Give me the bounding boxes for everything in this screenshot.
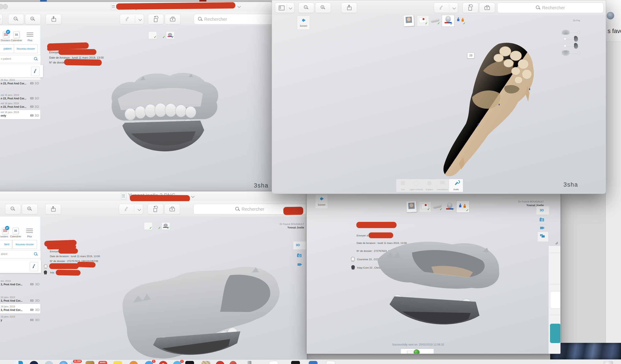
slider-dot[interactable]	[578, 31, 580, 34]
rotate-button[interactable]	[463, 2, 478, 13]
tool-ligne-cervicale[interactable]: Ligne cervicale	[410, 179, 423, 192]
photo-tool-icon[interactable]	[297, 254, 301, 257]
rotate-button[interactable]	[148, 204, 163, 215]
lower-arch-thumbnail[interactable]	[562, 50, 569, 56]
dock-icon-textedit[interactable]	[269, 361, 279, 364]
photo-tool-icon[interactable]	[540, 218, 544, 221]
tool-annotations[interactable]: Annotations	[436, 179, 449, 192]
suivant-button[interactable]: Suivant	[315, 194, 328, 209]
view-3d-label[interactable]: 3D	[540, 208, 544, 212]
tool-outils[interactable]: Outils	[449, 179, 463, 192]
new-dossier-button[interactable]: Nouveau dossier	[14, 44, 38, 53]
dock-icon-appstore[interactable]: 1	[173, 361, 182, 364]
zoom-in-button[interactable]: +	[22, 204, 38, 215]
dock-icon-calendar[interactable]: MARS	[98, 361, 107, 364]
slider-dot[interactable]	[564, 38, 566, 40]
tab-calendrier-label[interactable]: Calendrier	[9, 235, 23, 238]
tooth-number-chip[interactable]: 23	[467, 53, 474, 58]
patient-search-field[interactable]: n patient	[0, 55, 41, 63]
tab-plus-label[interactable]: Plus	[27, 39, 33, 42]
new-patient-button[interactable]: patient	[0, 44, 14, 53]
dock-trash[interactable]	[603, 361, 613, 364]
video-tool-icon[interactable]	[540, 227, 543, 229]
slider-dot[interactable]	[564, 45, 566, 47]
patient-search-icon[interactable]	[34, 57, 37, 61]
window-titlebar[interactable]: Yvenat joelle..NG	[0, 2, 272, 12]
slider-dot[interactable]	[578, 52, 580, 54]
tab-calendrier-icon[interactable]	[13, 31, 20, 38]
zoom-in-button[interactable]: +	[25, 14, 41, 24]
sidebar-view-button[interactable]	[0, 14, 2, 24]
chat-input[interactable]	[550, 291, 561, 309]
zoom-out-button[interactable]: −	[5, 204, 21, 215]
window-titlebar[interactable]: Yvenat joelle 2.PNG	[0, 191, 307, 201]
patient-search-icon[interactable]	[34, 252, 37, 256]
tab-plus-icon[interactable]	[27, 33, 33, 37]
workflow-photo-step[interactable]	[404, 15, 414, 26]
suivant-button[interactable]: Suivant	[297, 16, 310, 30]
avatar[interactable]	[607, 12, 614, 19]
title-chevron-icon[interactable]	[191, 195, 195, 198]
dock-icon-utility[interactable]	[247, 361, 251, 364]
preview-window-front[interactable]: − + Rechercher Suivant ✓ ✓	[272, 0, 606, 194]
markup-toolbar-button[interactable]	[164, 204, 180, 215]
dock-icon-photos-peak[interactable]	[229, 361, 237, 364]
patient-search-field[interactable]: atient	[0, 250, 41, 258]
search-field[interactable]: Rechercher	[497, 2, 604, 13]
patient-card[interactable]	[0, 260, 41, 273]
dock-icon-pale-app[interactable]	[45, 361, 53, 364]
dock-icon-finder[interactable]	[14, 361, 23, 364]
markup-button[interactable]	[120, 14, 144, 24]
dock-icon-maps[interactable]	[86, 361, 94, 364]
zoom-out-button[interactable]: −	[8, 14, 24, 24]
zoom-in-button[interactable]: +	[315, 2, 331, 13]
edit-patient-button[interactable]	[31, 67, 39, 76]
traffic-light-minimize[interactable]	[3, 4, 8, 9]
dock-icon-photobooth[interactable]	[185, 361, 194, 364]
tool-axe[interactable]: Axe	[396, 179, 410, 192]
preview-window-bottom-left[interactable]: Yvenat joelle 2.PNG − + Rechercher 27 os…	[0, 191, 307, 364]
dock-icon-dark-app[interactable]	[30, 361, 38, 364]
chat-icon[interactable]	[540, 234, 545, 238]
case-title[interactable]: 3, Post And Cor...	[1, 299, 22, 302]
dock-icon-messages[interactable]: 1	[145, 361, 154, 364]
new-dossier-button[interactable]: Nouveau dossier	[12, 240, 37, 249]
app-window-bottom-right[interactable]: Suivant ✓ ✓ ✓ ✓ Dr Franck BOUGAULT Yvena…	[307, 191, 561, 354]
chat-send-button[interactable]	[550, 324, 561, 343]
dock-icon-device[interactable]	[291, 361, 300, 364]
markup-toolbar-button[interactable]	[165, 14, 181, 24]
tool-espace[interactable]: Espace	[423, 179, 436, 192]
resend-button[interactable]	[401, 349, 434, 354]
case-title[interactable]: n 23, Post And Cor...	[1, 82, 26, 85]
view-3d-label[interactable]: 3D	[296, 243, 300, 247]
tab-calendrier-icon[interactable]	[12, 227, 19, 234]
upper-arch-thumbnail[interactable]	[562, 30, 569, 34]
zoom-out-button[interactable]: −	[298, 2, 314, 13]
new-patient-button[interactable]: tient	[0, 240, 12, 249]
markup-button[interactable]	[434, 2, 458, 13]
dock-icon-launchpad[interactable]	[129, 361, 138, 364]
markup-button[interactable]	[119, 204, 143, 215]
case-title[interactable]: 3, Post And Cor...	[1, 309, 22, 312]
search-field[interactable]: Rechercher	[194, 14, 272, 24]
tab-calendrier-label[interactable]: Calendrier	[9, 39, 24, 42]
title-chevron-icon[interactable]	[238, 5, 241, 8]
edit-patient-button[interactable]	[30, 262, 38, 271]
dock-icon-mail[interactable]: 11,159	[71, 361, 80, 364]
tab-dossiers-icon[interactable]: 27	[3, 31, 9, 38]
dock-downloads-stack[interactable]	[326, 361, 335, 364]
sidebar-view-button[interactable]	[275, 2, 294, 13]
dock-icon-blue-app[interactable]	[309, 361, 318, 364]
dock-icon-news[interactable]	[202, 361, 210, 364]
tab-dossiers-icon[interactable]: 27	[2, 227, 8, 234]
dock-icon-notes[interactable]	[113, 361, 122, 364]
die-thumbnail[interactable]	[574, 43, 578, 49]
case-title[interactable]: y	[1, 319, 2, 322]
markup-toolbar-button[interactable]	[479, 2, 495, 13]
share-button[interactable]	[46, 14, 62, 24]
rotate-button[interactable]	[148, 14, 164, 24]
dock-icon-red-circle-app[interactable]	[216, 361, 224, 364]
workflow-photo-step[interactable]	[406, 201, 417, 212]
case-title[interactable]: only	[1, 114, 6, 117]
die-thumbnail[interactable]	[574, 36, 578, 42]
